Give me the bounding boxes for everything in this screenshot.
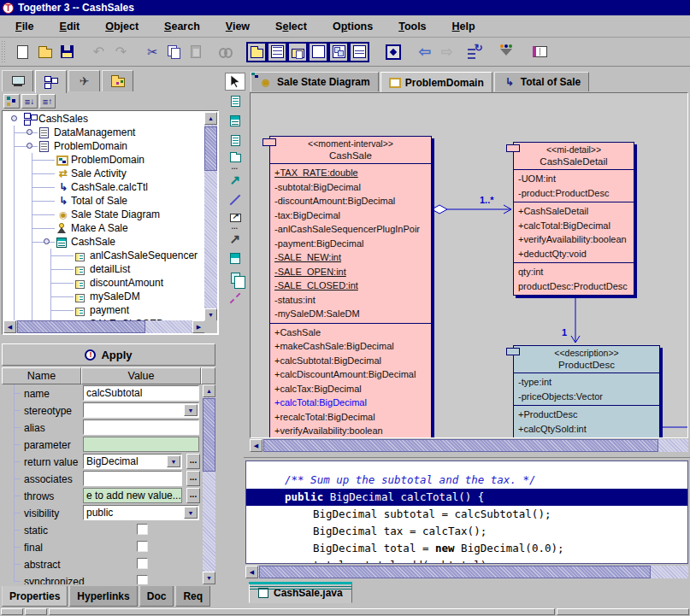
member-line[interactable]: +calcTotalSales:BigDecimal <box>514 436 659 438</box>
member-line[interactable]: +ProductDesc <box>514 408 659 422</box>
ellipsis-button[interactable]: ... <box>186 454 200 469</box>
return-value-field[interactable]: BigDecimal▼ <box>83 454 182 469</box>
member-line[interactable]: +verifyAvailability:boolean <box>270 424 431 438</box>
editor-horizontal-scrollbar[interactable]: ◀ <box>245 566 688 578</box>
abstract-checkbox[interactable] <box>137 558 148 569</box>
stereotype-field[interactable]: ▼ <box>83 402 199 418</box>
member-line[interactable]: +CashSaleDetail <box>514 204 634 219</box>
menu-file[interactable]: File <box>15 21 34 32</box>
redo-button[interactable] <box>110 41 132 62</box>
member-line[interactable]: +calcDiscountAmount:BigDecimal <box>270 367 431 382</box>
sort-descending-button[interactable] <box>21 94 38 109</box>
member-line[interactable]: -priceObjects:Vector <box>514 390 659 404</box>
tree-item-cashsale[interactable]: CashSale <box>3 235 205 249</box>
note-tool[interactable] <box>225 92 245 110</box>
explorer-tab-model[interactable] <box>35 70 67 93</box>
tree-expanded-handle[interactable] <box>44 238 50 244</box>
static-checkbox[interactable] <box>137 524 148 535</box>
sort-alphabetic-button[interactable] <box>39 94 56 109</box>
scroll-left-button[interactable]: ◀ <box>250 439 262 452</box>
member-line[interactable]: +calcTotal:BigDecimal <box>514 219 634 233</box>
pane-diagram-button[interactable] <box>328 42 349 62</box>
tab-cashsale-java[interactable]: CashSale.java <box>249 582 352 603</box>
member-line[interactable]: productDesc:ProductDesc <box>514 279 634 294</box>
navigate-back-button[interactable] <box>414 41 435 62</box>
member-line[interactable]: -SALE_CLOSED:int <box>270 279 431 293</box>
diagram-tab-problemdomain[interactable]: ProblemDomain <box>380 72 492 93</box>
dropdown-arrow-icon[interactable]: ▼ <box>167 455 180 467</box>
visibility-field[interactable]: public▼ <box>83 505 199 520</box>
tree-item-cashsales[interactable]: CashSales <box>3 112 205 126</box>
member-line[interactable]: +calcTotal:BigDecimal <box>270 396 431 410</box>
package-reference-tool[interactable] <box>225 210 245 228</box>
scroll-down-button[interactable]: ▼ <box>204 308 217 321</box>
tree-item-total-of-sale[interactable]: Total of Sale <box>3 194 205 208</box>
class-tool[interactable] <box>225 112 245 130</box>
member-line[interactable]: -type:int <box>514 375 659 390</box>
package-tool[interactable] <box>225 151 245 169</box>
menu-search[interactable]: Search <box>164 21 200 32</box>
menu-tools[interactable]: Tools <box>398 21 426 32</box>
ellipsis-button[interactable]: ... <box>186 488 200 503</box>
tree-expanded-handle[interactable] <box>27 143 32 149</box>
paste-button[interactable] <box>185 41 206 62</box>
member-line[interactable]: +calcTax:BigDecimal <box>270 382 431 396</box>
rebuild-button[interactable] <box>463 41 485 62</box>
final-checkbox[interactable] <box>137 541 148 552</box>
tree-horizontal-scrollbar[interactable]: ◀ ▶ <box>3 320 205 333</box>
interface-tool[interactable] <box>225 132 245 150</box>
name-field[interactable]: calcSubtotal <box>83 385 199 401</box>
tree-item-datamanagement[interactable]: DataManagement <box>3 126 205 139</box>
inspector-tab-req[interactable]: Req <box>175 586 210 607</box>
note-link-tool[interactable] <box>225 269 245 287</box>
tree-item-problemdomain[interactable]: ProblemDomain <box>3 153 205 167</box>
member-line[interactable]: qty:int <box>514 265 634 279</box>
diagram-tab-total-of-sale[interactable]: Total of Sale <box>494 72 589 91</box>
member-line[interactable]: +CashSale <box>270 326 431 340</box>
tree-item-detaillist[interactable]: detailList <box>3 262 205 276</box>
dropdown-arrow-icon[interactable]: ▼ <box>184 404 198 416</box>
navigate-forward-button[interactable] <box>436 41 457 62</box>
member-line[interactable]: -UOM:int <box>514 172 634 186</box>
member-line[interactable]: -SALE_NEW:int <box>270 250 431 265</box>
tree-collapsed-handle[interactable] <box>27 129 32 135</box>
tree-item-anlcashsalesequencer[interactable]: anlCashSaleSequencer <box>3 249 205 262</box>
new-file-button[interactable] <box>12 41 33 62</box>
code-editor[interactable]: /** Sum up the subtotal and the tax. */p… <box>245 461 688 564</box>
member-line[interactable]: +TAX_RATE:double <box>270 166 431 180</box>
scroll-left-button[interactable]: ◀ <box>3 320 16 333</box>
diagram-canvas[interactable]: 1..* 0..* 1 <<moment-interval>>CashSale+… <box>250 92 688 438</box>
scrollbar-thumb[interactable] <box>203 398 215 472</box>
tree-item-cashsale-calcttl[interactable]: CashSale.calcTtl <box>3 180 205 194</box>
select-pointer-tool[interactable] <box>225 73 245 91</box>
find-button[interactable] <box>215 41 236 62</box>
ellipsis-button[interactable]: ... <box>186 471 200 486</box>
member-line[interactable]: -product:ProductDesc <box>514 186 634 201</box>
filter-button[interactable] <box>495 41 516 62</box>
explorer-tab-navigation[interactable] <box>68 70 100 91</box>
tree-item-problemdomain[interactable]: ProblemDomain <box>3 139 205 153</box>
save-file-button[interactable] <box>56 41 78 62</box>
class-productdesc[interactable]: <<description>>ProductDesc-type:int-pric… <box>513 345 660 438</box>
cut-button[interactable] <box>142 41 163 62</box>
menu-select[interactable]: Select <box>275 21 307 32</box>
throws-field[interactable]: e to add new value... <box>83 488 182 503</box>
member-line[interactable]: -SALE_OPEN:int <box>270 265 431 279</box>
diagram-horizontal-scrollbar[interactable]: ◀ <box>250 439 688 452</box>
class-cashsaledetail[interactable]: <<mi-detail>>CashSaleDetail-UOM:int-prod… <box>513 142 634 296</box>
member-line[interactable]: -discountAmount:BigDecimal <box>270 194 431 208</box>
scroll-right-button[interactable]: ▶ <box>192 320 205 333</box>
dependency-arrow-tool[interactable] <box>225 230 245 248</box>
association-tool[interactable] <box>225 171 245 189</box>
diagram-tab-sale-state-diagram[interactable]: Sale State Diagram <box>251 72 379 91</box>
help-book-button[interactable] <box>529 41 551 62</box>
member-line[interactable]: +calcSubtotal:BigDecimal <box>270 354 431 368</box>
pane-browser-button[interactable] <box>246 42 267 62</box>
tree-item-discountamount[interactable]: discountAmount <box>3 276 205 290</box>
scroll-up-button[interactable]: ▲ <box>203 384 215 397</box>
link-line-tool[interactable] <box>225 191 245 208</box>
scroll-up-button[interactable]: ▲ <box>204 112 217 125</box>
parameter-field[interactable] <box>83 437 199 452</box>
tree-item-payment[interactable]: payment <box>3 303 205 317</box>
scroll-down-button[interactable]: ▼ <box>203 572 215 584</box>
